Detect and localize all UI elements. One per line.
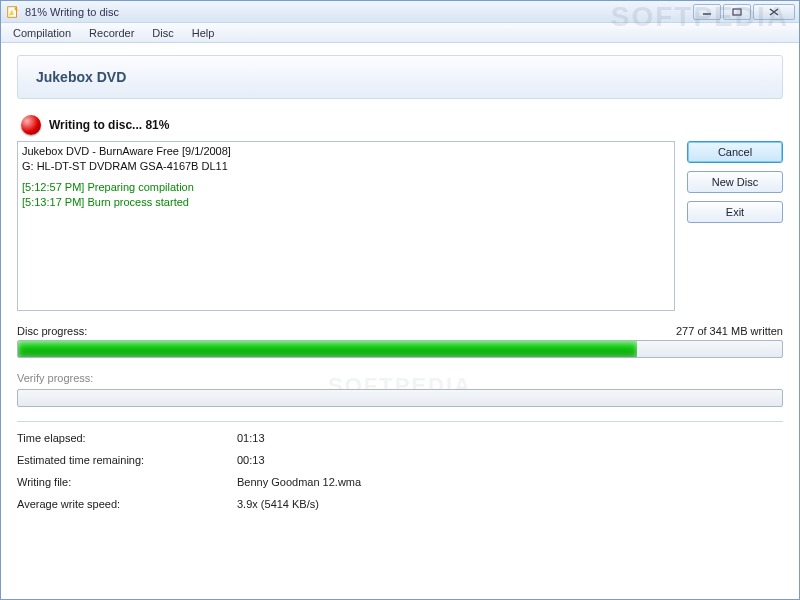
log-line: G: HL-DT-ST DVDRAM GSA-4167B DL11	[22, 159, 670, 174]
est-remaining-value: 00:13	[237, 454, 783, 466]
log-line: Jukebox DVD - BurnAware Free [9/1/2008]	[22, 144, 670, 159]
time-elapsed-label: Time elapsed:	[17, 432, 237, 444]
cancel-button[interactable]: Cancel	[687, 141, 783, 163]
exit-button[interactable]: Exit	[687, 201, 783, 223]
page-title: Jukebox DVD	[36, 69, 126, 85]
disc-progress-labels: Disc progress: 277 of 341 MB written	[17, 325, 783, 337]
disc-progress-fill	[18, 341, 637, 357]
verify-progress-bar	[17, 389, 783, 407]
side-buttons: Cancel New Disc Exit	[687, 141, 783, 311]
menu-recorder[interactable]: Recorder	[81, 25, 142, 41]
close-button[interactable]	[753, 4, 795, 20]
log-line: [5:13:17 PM] Burn process started	[22, 195, 670, 210]
status-row: Writing to disc... 81%	[21, 115, 783, 135]
svg-rect-2	[733, 9, 741, 15]
disc-progress-label: Disc progress:	[17, 325, 87, 337]
header-band: Jukebox DVD	[17, 55, 783, 99]
minimize-button[interactable]	[693, 4, 721, 20]
new-disc-button[interactable]: New Disc	[687, 171, 783, 193]
writing-file-label: Writing file:	[17, 476, 237, 488]
maximize-button[interactable]	[723, 4, 751, 20]
avg-speed-value: 3.9x (5414 KB/s)	[237, 498, 783, 510]
log-container: Jukebox DVD - BurnAware Free [9/1/2008] …	[17, 141, 675, 311]
app-window: SOFTPEDIA 81% Writing to disc Compilatio…	[0, 0, 800, 600]
window-controls	[693, 4, 795, 20]
est-remaining-label: Estimated time remaining:	[17, 454, 237, 466]
disc-progress-bar	[17, 340, 783, 358]
record-icon	[21, 115, 41, 135]
log-output[interactable]: Jukebox DVD - BurnAware Free [9/1/2008] …	[17, 141, 675, 311]
titlebar: 81% Writing to disc	[1, 1, 799, 23]
app-icon	[5, 4, 21, 20]
menubar: Compilation Recorder Disc Help	[1, 23, 799, 43]
divider	[17, 421, 783, 422]
main-row: Jukebox DVD - BurnAware Free [9/1/2008] …	[17, 141, 783, 311]
window-title: 81% Writing to disc	[25, 6, 119, 18]
stats-grid: Time elapsed: 01:13 Estimated time remai…	[17, 432, 783, 510]
verify-progress-label: Verify progress:	[17, 372, 783, 384]
menu-help[interactable]: Help	[184, 25, 223, 41]
writing-file-value: Benny Goodman 12.wma	[237, 476, 783, 488]
log-line: [5:12:57 PM] Preparing compilation	[22, 180, 670, 195]
avg-speed-label: Average write speed:	[17, 498, 237, 510]
content-area: SOFTPEDIA Jukebox DVD Writing to disc...…	[1, 43, 799, 599]
menu-disc[interactable]: Disc	[144, 25, 181, 41]
time-elapsed-value: 01:13	[237, 432, 783, 444]
disc-progress-written: 277 of 341 MB written	[676, 325, 783, 337]
menu-compilation[interactable]: Compilation	[5, 25, 79, 41]
status-text: Writing to disc... 81%	[49, 118, 169, 132]
